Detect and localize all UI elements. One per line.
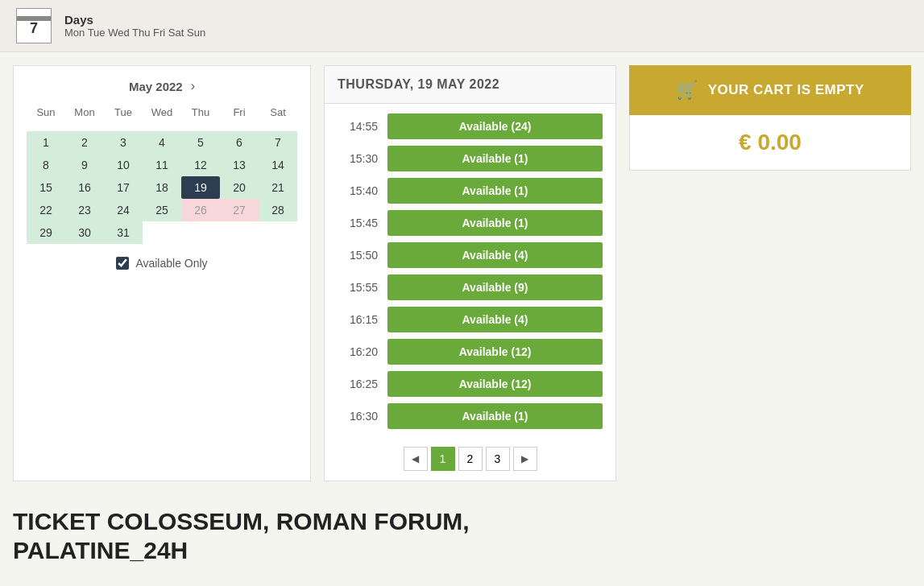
- slot-row: 16:30Available (1): [338, 400, 603, 432]
- pagination: ◀123▶: [325, 439, 615, 481]
- calendar-day[interactable]: 10: [104, 154, 143, 176]
- calendar-day[interactable]: 25: [143, 199, 181, 221]
- calendar-day[interactable]: 23: [65, 199, 104, 221]
- calendar-day[interactable]: 3: [104, 131, 143, 154]
- pagination-prev[interactable]: ◀: [404, 447, 428, 471]
- weekday-header: Tue: [104, 103, 143, 122]
- slot-time: 16:20: [338, 345, 378, 358]
- cart-icon: 🛒: [676, 80, 698, 101]
- slot-row: 14:55Available (24): [338, 110, 603, 142]
- calendar-day[interactable]: 26: [181, 199, 220, 221]
- calendar-day[interactable]: 28: [259, 199, 297, 221]
- calendar-day[interactable]: 18: [143, 176, 181, 199]
- slot-available-button[interactable]: Available (12): [387, 339, 603, 365]
- slot-time: 15:50: [338, 249, 378, 262]
- next-month-button[interactable]: ›: [191, 79, 195, 93]
- calendar-day[interactable]: 16: [65, 176, 104, 199]
- calendar-header: May 2022 ›: [27, 79, 297, 93]
- slot-row: 15:30Available (1): [338, 142, 603, 175]
- calendar-day[interactable]: 9: [65, 154, 104, 176]
- cart-empty-label: YOUR CART IS EMPTY: [708, 82, 864, 98]
- weekday-header: Mon: [65, 103, 104, 122]
- slot-time: 16:25: [338, 378, 378, 390]
- calendar-day: [143, 221, 181, 244]
- calendar-day[interactable]: 6: [220, 131, 259, 154]
- calendar-day: [220, 122, 259, 131]
- pagination-page[interactable]: 1: [431, 447, 455, 471]
- slot-time: 16:15: [338, 313, 378, 326]
- available-only-label: Available Only: [135, 257, 207, 270]
- calendar-day: [181, 122, 220, 131]
- calendar-day[interactable]: 22: [27, 199, 65, 221]
- calendar-panel: May 2022 › SunMonTueWedThuFriSat 1234567…: [13, 65, 311, 481]
- calendar-day[interactable]: 11: [143, 154, 181, 176]
- calendar-day[interactable]: 14: [259, 154, 297, 176]
- calendar-day[interactable]: 30: [65, 221, 104, 244]
- calendar-day[interactable]: 21: [259, 176, 297, 199]
- days-title: Days: [64, 13, 205, 27]
- slots-date-header: THURSDAY, 19 MAY 2022: [325, 66, 615, 104]
- month-label: May 2022: [129, 80, 183, 93]
- calendar-day[interactable]: 31: [104, 221, 143, 244]
- slot-row: 15:50Available (4): [338, 239, 603, 271]
- calendar-day[interactable]: 12: [181, 154, 220, 176]
- slot-row: 16:15Available (4): [338, 303, 603, 336]
- slot-available-button[interactable]: Available (1): [387, 146, 603, 171]
- calendar-day[interactable]: 8: [27, 154, 65, 176]
- days-subtitle: Mon Tue Wed Thu Fri Sat Sun: [64, 27, 205, 39]
- bottom-section: TICKET COLOSSEUM, ROMAN FORUM, PALATINE_…: [0, 481, 924, 578]
- calendar-day[interactable]: 24: [104, 199, 143, 221]
- calendar-day[interactable]: 15: [27, 176, 65, 199]
- slot-available-button[interactable]: Available (12): [387, 371, 603, 397]
- calendar-day[interactable]: 2: [65, 131, 104, 154]
- pagination-next[interactable]: ▶: [513, 447, 537, 471]
- slot-available-button[interactable]: Available (9): [387, 274, 603, 300]
- slot-available-button[interactable]: Available (4): [387, 242, 603, 268]
- calendar-day[interactable]: 20: [220, 176, 259, 199]
- slot-available-button[interactable]: Available (4): [387, 307, 603, 332]
- slot-row: 16:25Available (12): [338, 368, 603, 400]
- slot-time: 14:55: [338, 120, 378, 133]
- weekday-header: Wed: [143, 103, 181, 122]
- calendar-day: [181, 221, 220, 244]
- calendar-day[interactable]: 5: [181, 131, 220, 154]
- slot-available-button[interactable]: Available (24): [387, 113, 603, 139]
- calendar-day[interactable]: 1: [27, 131, 65, 154]
- slot-row: 15:55Available (9): [338, 271, 603, 303]
- calendar-day: [27, 122, 65, 131]
- slot-row: 15:45Available (1): [338, 207, 603, 239]
- weekday-header: Sat: [259, 103, 297, 122]
- slots-list: 14:55Available (24)15:30Available (1)15:…: [325, 104, 615, 439]
- calendar-day: [65, 122, 104, 131]
- slot-available-button[interactable]: Available (1): [387, 403, 603, 429]
- calendar-day: [143, 122, 181, 131]
- calendar-day[interactable]: 7: [259, 131, 297, 154]
- cart-empty-button[interactable]: 🛒 YOUR CART IS EMPTY: [629, 65, 911, 115]
- calendar-day[interactable]: 19: [181, 176, 220, 199]
- calendar-day[interactable]: 29: [27, 221, 65, 244]
- pagination-page[interactable]: 2: [458, 447, 483, 471]
- weekday-header: Thu: [181, 103, 220, 122]
- slot-available-button[interactable]: Available (1): [387, 210, 603, 236]
- calendar-day[interactable]: 4: [143, 131, 181, 154]
- calendar-day[interactable]: 13: [220, 154, 259, 176]
- slot-time: 15:40: [338, 184, 378, 197]
- weekday-header: Fri: [220, 103, 259, 122]
- top-bar: 7 Days Mon Tue Wed Thu Fri Sat Sun: [0, 0, 924, 52]
- weekday-header: Sun: [27, 103, 65, 122]
- calendar-icon-number: 7: [30, 21, 38, 35]
- slot-time: 16:30: [338, 410, 378, 423]
- calendar-day[interactable]: 27: [220, 199, 259, 221]
- cart-total: € 0.00: [629, 115, 911, 171]
- calendar-day: [220, 221, 259, 244]
- slot-available-button[interactable]: Available (1): [387, 178, 603, 204]
- slot-time: 15:30: [338, 152, 378, 165]
- available-only-checkbox[interactable]: [116, 257, 129, 270]
- slot-row: 16:20Available (12): [338, 336, 603, 368]
- calendar-day: [259, 122, 297, 131]
- calendar-grid: SunMonTueWedThuFriSat 123456789101112131…: [27, 103, 297, 244]
- pagination-page[interactable]: 3: [486, 447, 510, 471]
- calendar-day[interactable]: 17: [104, 176, 143, 199]
- slot-time: 15:45: [338, 217, 378, 229]
- calendar-day: [104, 122, 143, 131]
